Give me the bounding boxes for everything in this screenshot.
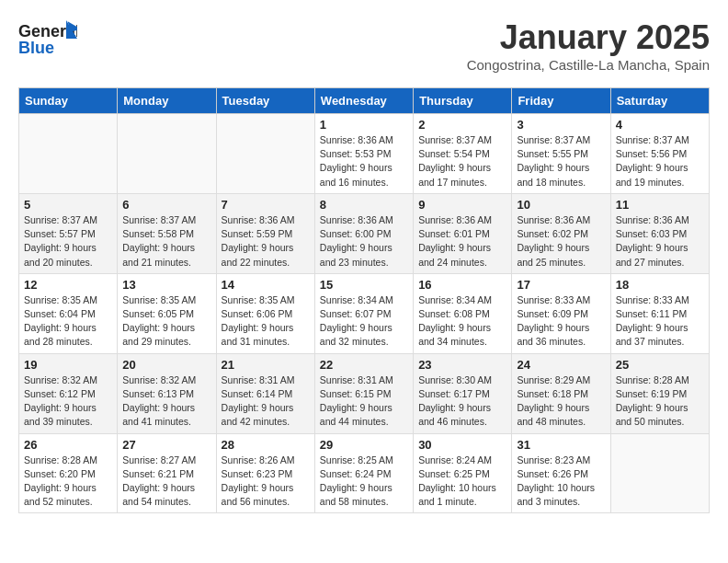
weekday-header-thursday: Thursday xyxy=(414,88,512,114)
calendar-day-28: 28Sunrise: 8:26 AMSunset: 6:23 PMDayligh… xyxy=(216,433,314,513)
calendar-day-30: 30Sunrise: 8:24 AMSunset: 6:25 PMDayligh… xyxy=(414,433,512,513)
day-number: 28 xyxy=(222,438,310,452)
calendar-week-row: 12Sunrise: 8:35 AMSunset: 6:04 PMDayligh… xyxy=(19,273,710,353)
day-info: Sunrise: 8:32 AMSunset: 6:12 PMDaylight:… xyxy=(24,373,112,430)
day-number: 29 xyxy=(320,438,408,452)
day-info: Sunrise: 8:36 AMSunset: 5:59 PMDaylight:… xyxy=(222,213,310,270)
calendar-empty-cell xyxy=(610,433,709,513)
page-header: General Blue January 2025 Congostrina, C… xyxy=(18,18,710,73)
calendar-day-14: 14Sunrise: 8:35 AMSunset: 6:06 PMDayligh… xyxy=(216,273,314,353)
calendar-day-19: 19Sunrise: 8:32 AMSunset: 6:12 PMDayligh… xyxy=(19,353,118,433)
weekday-header-saturday: Saturday xyxy=(610,88,709,114)
day-info: Sunrise: 8:34 AMSunset: 6:07 PMDaylight:… xyxy=(320,293,408,350)
day-number: 15 xyxy=(320,278,408,292)
day-info: Sunrise: 8:27 AMSunset: 6:21 PMDaylight:… xyxy=(122,454,210,510)
calendar-day-11: 11Sunrise: 8:36 AMSunset: 6:03 PMDayligh… xyxy=(610,193,709,273)
day-info: Sunrise: 8:37 AMSunset: 5:58 PMDaylight:… xyxy=(122,213,210,270)
calendar-day-5: 5Sunrise: 8:37 AMSunset: 5:57 PMDaylight… xyxy=(19,193,118,273)
day-info: Sunrise: 8:29 AMSunset: 6:18 PMDaylight:… xyxy=(517,373,605,430)
day-number: 22 xyxy=(320,358,408,372)
calendar-day-23: 23Sunrise: 8:30 AMSunset: 6:17 PMDayligh… xyxy=(414,353,512,433)
day-number: 21 xyxy=(222,358,310,372)
day-info: Sunrise: 8:36 AMSunset: 6:00 PMDaylight:… xyxy=(320,213,408,270)
day-number: 9 xyxy=(418,198,506,212)
day-number: 20 xyxy=(122,358,210,372)
day-info: Sunrise: 8:26 AMSunset: 6:23 PMDaylight:… xyxy=(222,454,310,510)
title-area: January 2025 Congostrina, Castille-La Ma… xyxy=(467,18,710,73)
weekday-header-tuesday: Tuesday xyxy=(216,88,314,114)
logo: General Blue xyxy=(18,18,77,63)
calendar-week-row: 5Sunrise: 8:37 AMSunset: 5:57 PMDaylight… xyxy=(19,193,710,273)
day-number: 19 xyxy=(24,358,112,372)
day-number: 18 xyxy=(616,278,704,292)
day-info: Sunrise: 8:35 AMSunset: 6:04 PMDaylight:… xyxy=(24,293,112,350)
day-info: Sunrise: 8:25 AMSunset: 6:24 PMDaylight:… xyxy=(320,454,408,510)
day-info: Sunrise: 8:31 AMSunset: 6:14 PMDaylight:… xyxy=(222,373,310,430)
day-number: 14 xyxy=(222,278,310,292)
calendar-table: SundayMondayTuesdayWednesdayThursdayFrid… xyxy=(18,87,710,513)
calendar-empty-cell xyxy=(216,114,314,194)
calendar-day-7: 7Sunrise: 8:36 AMSunset: 5:59 PMDaylight… xyxy=(216,193,314,273)
calendar-day-20: 20Sunrise: 8:32 AMSunset: 6:13 PMDayligh… xyxy=(118,353,216,433)
day-number: 27 xyxy=(122,438,210,452)
day-number: 6 xyxy=(122,198,210,212)
day-number: 12 xyxy=(24,278,112,292)
day-info: Sunrise: 8:36 AMSunset: 6:02 PMDaylight:… xyxy=(517,213,605,270)
day-info: Sunrise: 8:37 AMSunset: 5:57 PMDaylight:… xyxy=(24,213,112,270)
calendar-day-4: 4Sunrise: 8:37 AMSunset: 5:56 PMDaylight… xyxy=(610,114,709,194)
calendar-day-22: 22Sunrise: 8:31 AMSunset: 6:15 PMDayligh… xyxy=(314,353,413,433)
day-number: 23 xyxy=(418,358,506,372)
calendar-day-29: 29Sunrise: 8:25 AMSunset: 6:24 PMDayligh… xyxy=(314,433,413,513)
day-number: 13 xyxy=(122,278,210,292)
day-number: 1 xyxy=(320,118,408,132)
calendar-day-31: 31Sunrise: 8:23 AMSunset: 6:26 PMDayligh… xyxy=(512,433,610,513)
day-number: 3 xyxy=(517,118,605,132)
calendar-empty-cell xyxy=(19,114,118,194)
day-info: Sunrise: 8:28 AMSunset: 6:19 PMDaylight:… xyxy=(616,373,704,430)
day-number: 7 xyxy=(222,198,310,212)
day-number: 4 xyxy=(616,118,704,132)
day-info: Sunrise: 8:28 AMSunset: 6:20 PMDaylight:… xyxy=(24,454,112,510)
day-number: 24 xyxy=(517,358,605,372)
calendar-day-10: 10Sunrise: 8:36 AMSunset: 6:02 PMDayligh… xyxy=(512,193,610,273)
day-number: 10 xyxy=(517,198,605,212)
day-info: Sunrise: 8:37 AMSunset: 5:54 PMDaylight:… xyxy=(418,133,506,190)
calendar-day-24: 24Sunrise: 8:29 AMSunset: 6:18 PMDayligh… xyxy=(512,353,610,433)
day-info: Sunrise: 8:24 AMSunset: 6:25 PMDaylight:… xyxy=(418,454,506,510)
calendar-day-18: 18Sunrise: 8:33 AMSunset: 6:11 PMDayligh… xyxy=(610,273,709,353)
day-info: Sunrise: 8:37 AMSunset: 5:56 PMDaylight:… xyxy=(616,133,704,190)
day-number: 31 xyxy=(517,438,605,452)
calendar-day-1: 1Sunrise: 8:36 AMSunset: 5:53 PMDaylight… xyxy=(314,114,413,194)
calendar-day-17: 17Sunrise: 8:33 AMSunset: 6:09 PMDayligh… xyxy=(512,273,610,353)
calendar-day-16: 16Sunrise: 8:34 AMSunset: 6:08 PMDayligh… xyxy=(414,273,512,353)
calendar-day-6: 6Sunrise: 8:37 AMSunset: 5:58 PMDaylight… xyxy=(118,193,216,273)
day-info: Sunrise: 8:34 AMSunset: 6:08 PMDaylight:… xyxy=(418,293,506,350)
day-number: 17 xyxy=(517,278,605,292)
calendar-day-26: 26Sunrise: 8:28 AMSunset: 6:20 PMDayligh… xyxy=(19,433,118,513)
svg-text:Blue: Blue xyxy=(18,39,54,57)
calendar-day-3: 3Sunrise: 8:37 AMSunset: 5:55 PMDaylight… xyxy=(512,114,610,194)
calendar-day-9: 9Sunrise: 8:36 AMSunset: 6:01 PMDaylight… xyxy=(414,193,512,273)
logo-icon: General Blue xyxy=(18,18,77,59)
day-info: Sunrise: 8:23 AMSunset: 6:26 PMDaylight:… xyxy=(517,454,605,510)
calendar-day-15: 15Sunrise: 8:34 AMSunset: 6:07 PMDayligh… xyxy=(314,273,413,353)
weekday-header-monday: Monday xyxy=(118,88,216,114)
day-number: 30 xyxy=(418,438,506,452)
calendar-day-12: 12Sunrise: 8:35 AMSunset: 6:04 PMDayligh… xyxy=(19,273,118,353)
weekday-header-wednesday: Wednesday xyxy=(314,88,413,114)
day-number: 16 xyxy=(418,278,506,292)
day-info: Sunrise: 8:37 AMSunset: 5:55 PMDaylight:… xyxy=(517,133,605,190)
calendar-day-25: 25Sunrise: 8:28 AMSunset: 6:19 PMDayligh… xyxy=(610,353,709,433)
day-info: Sunrise: 8:31 AMSunset: 6:15 PMDaylight:… xyxy=(320,373,408,430)
calendar-day-13: 13Sunrise: 8:35 AMSunset: 6:05 PMDayligh… xyxy=(118,273,216,353)
month-title: January 2025 xyxy=(467,18,710,57)
calendar-day-27: 27Sunrise: 8:27 AMSunset: 6:21 PMDayligh… xyxy=(118,433,216,513)
calendar-day-8: 8Sunrise: 8:36 AMSunset: 6:00 PMDaylight… xyxy=(314,193,413,273)
day-number: 5 xyxy=(24,198,112,212)
calendar-week-row: 19Sunrise: 8:32 AMSunset: 6:12 PMDayligh… xyxy=(19,353,710,433)
calendar-week-row: 1Sunrise: 8:36 AMSunset: 5:53 PMDaylight… xyxy=(19,114,710,194)
calendar-day-2: 2Sunrise: 8:37 AMSunset: 5:54 PMDaylight… xyxy=(414,114,512,194)
day-info: Sunrise: 8:33 AMSunset: 6:11 PMDaylight:… xyxy=(616,293,704,350)
weekday-header-sunday: Sunday xyxy=(19,88,118,114)
day-number: 26 xyxy=(24,438,112,452)
